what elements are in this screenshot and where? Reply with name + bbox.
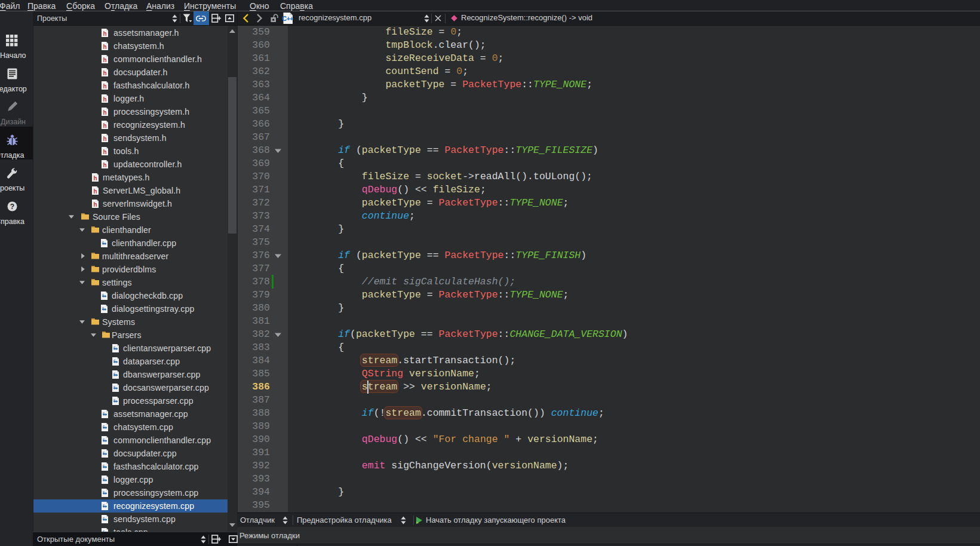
svg-text:c: c: [103, 464, 105, 467]
svg-text:h: h: [103, 162, 106, 168]
svg-text:?: ?: [10, 203, 14, 211]
svg-text:c: c: [103, 450, 105, 454]
svg-text:h: h: [103, 136, 106, 142]
svg-text:h: h: [103, 109, 106, 116]
svg-text:h: h: [103, 57, 106, 63]
svg-text:c: c: [113, 358, 115, 362]
svg-text:c: c: [113, 345, 115, 349]
svg-text:h: h: [103, 44, 106, 50]
svg-text:h: h: [93, 201, 97, 208]
svg-text:h: h: [103, 70, 106, 76]
svg-text:h: h: [103, 96, 106, 103]
svg-text:c: c: [103, 411, 105, 415]
svg-text:c: c: [102, 306, 104, 309]
svg-text:h: h: [93, 175, 97, 182]
svg-text:c: c: [103, 437, 105, 441]
svg-text:h: h: [103, 83, 106, 90]
svg-text:h: h: [103, 30, 106, 37]
svg-text:c: c: [113, 398, 115, 401]
svg-text:c: c: [103, 477, 105, 480]
svg-text:h: h: [93, 188, 97, 195]
svg-text:h: h: [103, 149, 106, 155]
svg-text:c: c: [103, 490, 105, 493]
svg-text:c: c: [102, 240, 104, 244]
svg-text:c: c: [113, 372, 115, 375]
svg-text:c: c: [103, 503, 105, 507]
svg-text:c: c: [103, 424, 105, 428]
svg-text:h: h: [103, 122, 106, 129]
svg-text:c: c: [103, 516, 105, 520]
svg-text:c: c: [113, 385, 115, 388]
svg-text:c: c: [102, 293, 104, 296]
svg-text:C++: C++: [282, 15, 294, 22]
